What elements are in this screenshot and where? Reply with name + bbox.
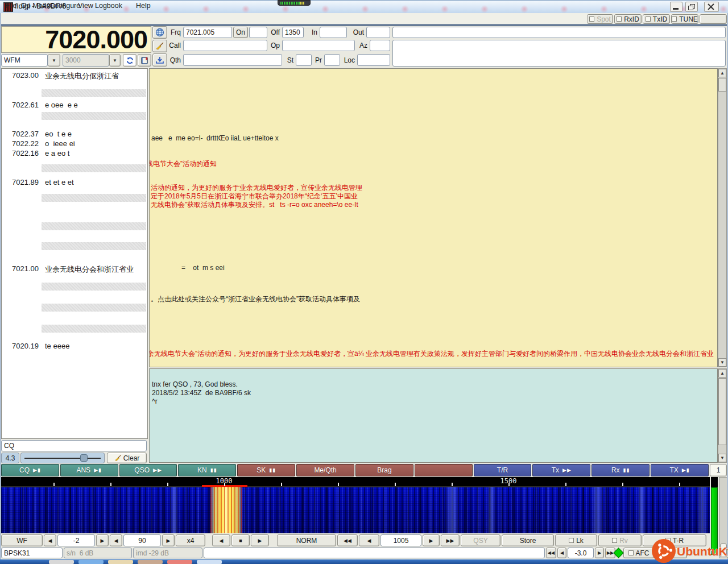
wf-value-field[interactable]: -2 xyxy=(57,534,95,546)
macro-input[interactable]: CQ xyxy=(1,440,147,451)
offset-field[interactable]: -3.0 xyxy=(568,548,594,558)
mode-dropdown-button[interactable]: ▼ xyxy=(48,54,60,67)
call-field[interactable] xyxy=(183,40,267,51)
notes-field-2[interactable] xyxy=(392,40,726,67)
time-on-button[interactable]: On xyxy=(233,27,248,38)
macro-button-tx[interactable]: Tx▶▶ xyxy=(532,464,590,476)
rst-in-field[interactable] xyxy=(320,27,347,38)
time-on-field[interactable] xyxy=(249,27,267,38)
save-qso-button[interactable] xyxy=(152,53,167,67)
scroll-up-icon[interactable]: ▲ xyxy=(718,69,726,77)
tx-scrollbar[interactable]: ▲ ▼ xyxy=(718,368,727,463)
bandwidth-select[interactable]: 3000 xyxy=(63,54,109,67)
taskbar-item[interactable] xyxy=(108,560,133,564)
tx-text-pane[interactable]: tnx fer QSO , 73, God bless. 2018/5/2 13… xyxy=(149,368,718,463)
scroll-up-icon[interactable]: ▲ xyxy=(718,369,726,378)
frequency-display[interactable]: 7020.000 xyxy=(1,26,151,53)
rx-scrollbar[interactable]: ▲ ▼ xyxy=(718,68,727,367)
wf-control-button[interactable]: ◀ xyxy=(212,534,230,546)
macro-button-t-r[interactable]: T/R xyxy=(474,464,532,476)
seek-prev-button[interactable]: ◀ xyxy=(557,548,566,558)
macro-button-qso[interactable]: QSO▶▶ xyxy=(119,464,177,476)
macro-button-rx[interactable]: Rx▮▮ xyxy=(592,464,650,476)
blank-toggle[interactable] xyxy=(700,14,727,24)
wf-control-button[interactable]: NORM xyxy=(277,534,336,546)
rx-scrollbar-thumb[interactable] xyxy=(718,78,726,92)
menu-item-help[interactable]: Help xyxy=(134,2,152,10)
rx-text-pane[interactable]: aee e me eo=l- drtttŒo iiaL ue+tteitoe x… xyxy=(149,68,718,367)
macro-button-kn[interactable]: KN▮▮ xyxy=(178,464,236,476)
mode-select[interactable]: WFM xyxy=(1,54,48,67)
menu-item-op-mode[interactable]: Op Mode xyxy=(19,2,52,10)
restore-button[interactable] xyxy=(685,2,698,12)
channel-row[interactable]: 7022.37eo t e e xyxy=(2,130,147,139)
frq-field[interactable]: 7021.005 xyxy=(183,27,232,38)
macro-page-button[interactable]: 1 xyxy=(710,464,727,476)
txid-toggle[interactable]: TxID xyxy=(643,14,670,24)
macro-button-brag[interactable]: Brag xyxy=(355,464,413,476)
channel-row[interactable]: 7020.19te eeee xyxy=(2,342,147,351)
loc-field[interactable] xyxy=(357,54,390,66)
macro-button-me-qth[interactable]: Me/Qth xyxy=(296,464,354,476)
seek-prev-all-button[interactable]: ◀◀ xyxy=(546,548,556,558)
wf-control-button[interactable]: ▶ xyxy=(96,534,109,546)
menu-item-file[interactable]: File xyxy=(3,2,18,10)
scroll-down-icon[interactable]: ▼ xyxy=(718,358,726,367)
slider-handle[interactable] xyxy=(80,454,88,462)
wf-control-button[interactable]: ▶▶ xyxy=(441,534,460,546)
taskbar-item[interactable] xyxy=(167,560,192,564)
op-field[interactable] xyxy=(282,40,355,51)
clear-log-fields-button[interactable] xyxy=(152,40,167,52)
wf-value-field[interactable]: 1005 xyxy=(380,534,421,546)
taskbar-item[interactable] xyxy=(138,560,163,564)
minimize-button[interactable] xyxy=(670,2,682,12)
st-field[interactable] xyxy=(296,54,312,66)
wf-control-button[interactable]: ◀ xyxy=(110,534,122,546)
notes-field-1[interactable] xyxy=(392,27,726,38)
scroll-down-icon[interactable]: ▼ xyxy=(718,454,726,462)
channel-row[interactable]: 7021.89et et e et xyxy=(2,178,147,187)
wf-control-button[interactable]: ◀ xyxy=(359,534,379,546)
macro-button-cq[interactable]: CQ▶▮ xyxy=(1,464,59,476)
wf-control-button[interactable]: ▶ xyxy=(162,534,175,546)
qth-field[interactable] xyxy=(183,54,282,66)
wf-ruler[interactable]: 1000 1500 xyxy=(1,477,710,487)
macro-button-ans[interactable]: ANS▶▮ xyxy=(60,464,118,476)
wf-control-button[interactable]: ◀◀ xyxy=(337,534,358,546)
channel-row[interactable]: 7023.00业余无线电分伛浙江省 xyxy=(2,71,147,80)
rst-out-field[interactable] xyxy=(366,27,390,38)
mode-status-field[interactable]: BPSK31 xyxy=(1,548,63,558)
wf-value-field[interactable]: 90 xyxy=(123,534,161,546)
pr-field[interactable] xyxy=(324,54,340,66)
bandwidth-dropdown-button[interactable]: ▼ xyxy=(109,54,121,67)
waterfall-display[interactable] xyxy=(1,487,710,533)
close-button[interactable] xyxy=(704,2,719,12)
macro-button-tx[interactable]: TX▶▮ xyxy=(651,464,709,476)
wf-control-button[interactable]: ◀ xyxy=(44,534,56,546)
macro-button-sk[interactable]: SK▮▮ xyxy=(237,464,295,476)
gain-slider[interactable] xyxy=(20,453,105,463)
wf-control-button[interactable]: ■ xyxy=(231,534,250,546)
wf-control-button[interactable]: ▶ xyxy=(251,534,269,546)
qrz-lookup-button[interactable] xyxy=(152,26,167,39)
channel-row[interactable]: 7022.22o ieee ei xyxy=(2,139,147,148)
rxid-toggle[interactable]: RxID xyxy=(614,14,642,24)
wf-control-button[interactable]: Lk xyxy=(555,534,597,546)
taskbar-item[interactable] xyxy=(197,560,222,564)
menu-item-view[interactable]: View xyxy=(76,2,95,10)
taskbar-item[interactable] xyxy=(78,560,104,564)
sync-button[interactable] xyxy=(123,54,136,67)
tx-scrollbar-thumb[interactable] xyxy=(718,378,726,445)
menu-item-logbook[interactable]: Logbook xyxy=(93,2,124,10)
channel-row[interactable]: 7021.00业余无线电分会和浙江省业 xyxy=(2,264,147,273)
wf-control-button[interactable]: ▶ xyxy=(423,534,440,546)
logbook-dialog-button[interactable] xyxy=(138,54,151,67)
taskbar-item[interactable] xyxy=(49,560,74,564)
clear-rx-button[interactable]: Clear xyxy=(107,453,147,463)
wf-control-button[interactable]: Store xyxy=(502,534,554,546)
channel-row[interactable]: 7022.16e a eo t xyxy=(2,149,147,158)
channel-row[interactable]: 7022.61e oee e e xyxy=(2,101,147,110)
az-field[interactable] xyxy=(370,40,390,51)
tune-toggle[interactable]: TUNE xyxy=(671,14,698,24)
afc-toggle[interactable]: AFC xyxy=(623,548,654,558)
